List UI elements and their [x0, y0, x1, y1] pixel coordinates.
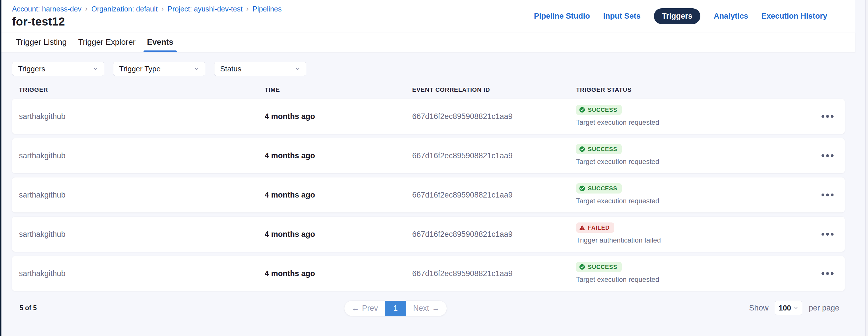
- arrow-left-icon: ←: [351, 304, 359, 313]
- event-time: 4 months ago: [265, 112, 412, 121]
- tab-bar: Trigger Listing Trigger Explorer Events: [0, 32, 856, 52]
- chevron-right-icon: ›: [161, 5, 164, 13]
- triggers-events-page: Account: harness-dev › Organization: def…: [0, 0, 868, 336]
- nav-link-input-sets[interactable]: Input Sets: [603, 12, 641, 21]
- filter-bar: Triggers Trigger Type Status: [12, 62, 868, 76]
- status-message: Target execution requested: [576, 197, 810, 205]
- chevron-right-icon: ›: [85, 5, 88, 13]
- prev-page-button[interactable]: ← Prev: [344, 301, 385, 316]
- warning-triangle-icon: [579, 225, 585, 231]
- trigger-name: sarthakgithub: [19, 269, 265, 278]
- nav-link-triggers-active[interactable]: Triggers: [654, 8, 701, 24]
- nav-link-pipeline-studio[interactable]: Pipeline Studio: [534, 12, 590, 21]
- trigger-name: sarthakgithub: [19, 191, 265, 200]
- event-correlation-id: 667d16f2ec895908821c1aa9: [412, 112, 576, 121]
- row-menu: [810, 152, 845, 160]
- status-message: Target execution requested: [576, 119, 810, 127]
- tab-label: Events: [147, 38, 174, 47]
- table-row[interactable]: sarthakgithub 4 months ago 667d16f2ec895…: [12, 138, 845, 173]
- pager: ← Prev 1 Next →: [344, 301, 446, 316]
- arrow-right-icon: →: [432, 304, 440, 313]
- row-menu: [810, 269, 845, 278]
- check-circle-icon: [579, 185, 585, 192]
- row-menu-button[interactable]: [818, 230, 836, 238]
- prev-label: Prev: [362, 304, 378, 313]
- chevron-down-icon: [794, 305, 799, 310]
- trigger-status-cell: SUCCESS Target execution requested: [576, 256, 810, 291]
- trigger-status-cell: SUCCESS Target execution requested: [576, 99, 810, 134]
- filter-label: Status: [220, 65, 241, 73]
- nav-link-analytics[interactable]: Analytics: [714, 12, 748, 21]
- status-label: SUCCESS: [588, 264, 617, 270]
- status-label: SUCCESS: [588, 107, 617, 113]
- triggers-filter-select[interactable]: Triggers: [12, 62, 104, 76]
- collapsed-sidebar-edge: [0, 0, 1, 336]
- next-page-button[interactable]: Next →: [406, 301, 446, 316]
- pagination-bar: 5 of 5 ← Prev 1 Next → Show 100 per page: [0, 300, 868, 317]
- row-menu: [810, 230, 845, 238]
- nav-link-execution-history[interactable]: Execution History: [761, 12, 827, 21]
- tab-trigger-explorer[interactable]: Trigger Explorer: [74, 32, 139, 52]
- status-badge: FAILED: [576, 223, 614, 233]
- table-row[interactable]: sarthakgithub 4 months ago 667d16f2ec895…: [12, 217, 845, 252]
- page-number-button[interactable]: 1: [385, 301, 406, 316]
- event-time: 4 months ago: [265, 230, 412, 239]
- breadcrumb-link-organization[interactable]: Organization: default: [91, 5, 158, 13]
- tab-trigger-listing[interactable]: Trigger Listing: [12, 32, 70, 52]
- event-time: 4 months ago: [265, 191, 412, 200]
- chevron-right-icon: ›: [246, 5, 249, 13]
- trigger-type-filter-select[interactable]: Trigger Type: [113, 62, 205, 76]
- row-menu: [810, 191, 845, 199]
- check-circle-icon: [579, 107, 585, 113]
- module-nav: Pipeline Studio Input Sets Triggers Anal…: [534, 0, 827, 32]
- column-header-trigger: TRIGGER: [19, 86, 265, 93]
- row-menu-button[interactable]: [818, 152, 836, 160]
- status-filter-select[interactable]: Status: [214, 62, 306, 76]
- filter-label: Triggers: [18, 65, 45, 73]
- status-badge: SUCCESS: [576, 105, 622, 115]
- event-correlation-id: 667d16f2ec895908821c1aa9: [412, 152, 576, 160]
- table-row[interactable]: sarthakgithub 4 months ago 667d16f2ec895…: [12, 177, 845, 212]
- table-row[interactable]: sarthakgithub 4 months ago 667d16f2ec895…: [12, 99, 845, 134]
- table-row[interactable]: sarthakgithub 4 months ago 667d16f2ec895…: [12, 256, 845, 291]
- tab-label: Trigger Explorer: [78, 38, 135, 47]
- row-menu-button[interactable]: [818, 191, 836, 199]
- trigger-name: sarthakgithub: [19, 152, 265, 160]
- column-header-time: TIME: [265, 86, 412, 93]
- column-header-event-correlation-id: EVENT CORRELATION ID: [412, 86, 576, 93]
- check-circle-icon: [579, 146, 585, 152]
- status-badge: SUCCESS: [576, 144, 622, 154]
- status-badge: SUCCESS: [576, 262, 622, 272]
- trigger-name: sarthakgithub: [19, 230, 265, 239]
- scrollbar-track[interactable]: [865, 0, 868, 336]
- breadcrumb-link-account[interactable]: Account: harness-dev: [12, 5, 82, 13]
- row-menu-button[interactable]: [818, 269, 836, 278]
- trigger-status-cell: SUCCESS Target execution requested: [576, 177, 810, 212]
- table-header: TRIGGER TIME EVENT CORRELATION ID TRIGGE…: [12, 86, 845, 93]
- status-label: SUCCESS: [588, 185, 617, 192]
- trigger-status-cell: SUCCESS Target execution requested: [576, 138, 810, 173]
- event-correlation-id: 667d16f2ec895908821c1aa9: [412, 269, 576, 278]
- active-tab-indicator: [144, 51, 177, 52]
- event-correlation-id: 667d16f2ec895908821c1aa9: [412, 230, 576, 239]
- page-header: Account: harness-dev › Organization: def…: [0, 0, 856, 32]
- tab-label: Trigger Listing: [16, 38, 67, 47]
- breadcrumb-link-project[interactable]: Project: ayushi-dev-test: [167, 5, 243, 13]
- row-menu: [810, 112, 845, 121]
- breadcrumb-link-pipelines[interactable]: Pipelines: [253, 5, 282, 13]
- chevron-down-icon: [92, 66, 99, 72]
- trigger-status-cell: FAILED Trigger authentication failed: [576, 217, 810, 252]
- status-message: Trigger authentication failed: [576, 236, 810, 244]
- filter-label: Trigger Type: [119, 65, 161, 73]
- chevron-down-icon: [193, 66, 200, 72]
- chevron-down-icon: [294, 66, 301, 72]
- show-label: Show: [749, 304, 769, 312]
- status-message: Target execution requested: [576, 275, 810, 283]
- status-message: Target execution requested: [576, 158, 810, 166]
- page-size-control: Show 100 per page: [749, 301, 839, 315]
- page-size-value: 100: [779, 304, 791, 312]
- page-size-select[interactable]: 100: [775, 301, 802, 315]
- tab-events[interactable]: Events: [144, 32, 177, 52]
- row-menu-button[interactable]: [818, 112, 836, 121]
- status-label: FAILED: [588, 225, 610, 231]
